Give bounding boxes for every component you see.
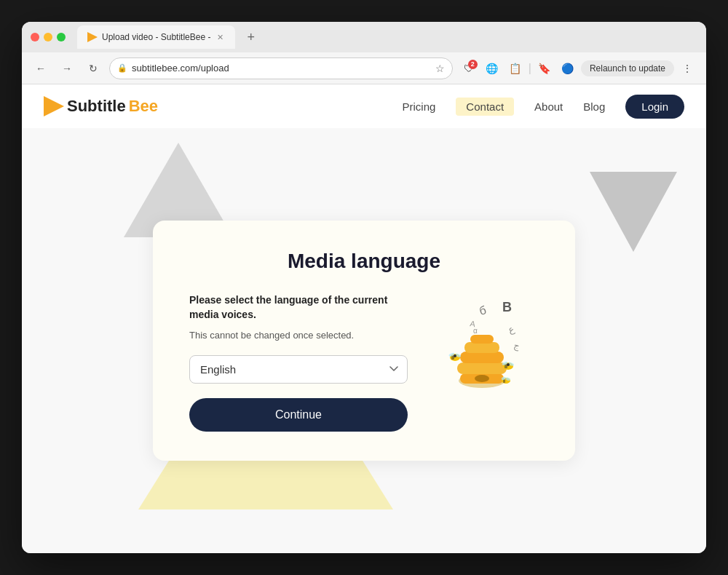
browser-window: Upload video - SubtitleBee - ✕ + ← → ↻ 🔒… [22, 22, 706, 553]
svg-rect-9 [460, 352, 504, 363]
bookmark-icon[interactable]: ☆ [435, 63, 445, 74]
modal-title: Media language [189, 250, 539, 273]
logo-bee: Bee [129, 97, 158, 116]
language-select[interactable]: English Spanish French German Italian Po… [189, 355, 408, 384]
bee-hive-svg: б B A ع ج α [430, 293, 531, 402]
modal-left: Please select the language of the curren… [189, 293, 408, 431]
new-tab-button[interactable]: + [241, 31, 261, 44]
tab-title: Upload video - SubtitleBee - [102, 32, 210, 42]
login-button[interactable]: Login [625, 95, 684, 119]
modal-card: Media language Please select the languag… [153, 221, 575, 460]
forward-button[interactable]: → [57, 58, 77, 79]
url-text: subtitlebee.com/upload [132, 63, 431, 74]
address-bar: ← → ↻ 🔒 subtitlebee.com/upload ☆ 🛡 2 🌐 📋… [22, 52, 706, 84]
logo: SubtitleBee [44, 96, 158, 116]
tab-favicon [87, 32, 98, 42]
maximize-window-button[interactable] [57, 33, 66, 41]
nav-contact[interactable]: Contact [456, 98, 514, 116]
svg-rect-10 [464, 342, 499, 353]
svg-point-17 [454, 354, 456, 357]
minimize-window-button[interactable] [44, 33, 52, 41]
refresh-button[interactable]: ↻ [83, 58, 103, 79]
traffic-lights [31, 33, 66, 41]
bookmark-manager-icon[interactable]: 🔖 [534, 58, 555, 79]
svg-rect-8 [457, 362, 507, 374]
back-button[interactable]: ← [31, 58, 51, 79]
browser-tab[interactable]: Upload video - SubtitleBee - ✕ [77, 25, 235, 49]
site-nav: SubtitleBee Pricing Contact About Blog L… [22, 84, 706, 128]
continue-button[interactable]: Continue [189, 398, 408, 432]
triangle-gray-right [590, 172, 677, 252]
nav-about[interactable]: About [534, 100, 563, 113]
menu-icon[interactable]: ⋮ [677, 58, 697, 79]
svg-text:ع: ع [507, 323, 516, 336]
relaunch-button[interactable]: Relaunch to update [581, 60, 674, 76]
svg-point-22 [507, 363, 510, 366]
clipboard-icon[interactable]: 📋 [505, 58, 526, 79]
modal-note: This cannot be changed once selected. [189, 330, 408, 341]
profile-icon[interactable]: 🔵 [558, 58, 578, 79]
title-bar: Upload video - SubtitleBee - ✕ + [22, 22, 706, 52]
nav-links: Pricing Contact About Blog Login [403, 95, 685, 119]
svg-text:ج: ج [513, 341, 521, 352]
nav-pricing[interactable]: Pricing [403, 100, 436, 113]
svg-text:B: B [502, 300, 512, 314]
page-content: SubtitleBee Pricing Contact About Blog L… [22, 84, 706, 553]
bee-illustration: б B A ع ج α [422, 293, 539, 402]
modal-body: Please select the language of the curren… [189, 293, 539, 431]
globe-icon[interactable]: 🌐 [482, 58, 502, 79]
nav-blog[interactable]: Blog [583, 100, 605, 113]
modal-subtitle: Please select the language of the curren… [189, 293, 408, 322]
security-lock-icon: 🔒 [117, 63, 127, 73]
svg-text:α: α [473, 327, 478, 335]
logo-subtitle: Subtitle [67, 97, 126, 116]
logo-icon [44, 96, 64, 116]
bee-left [448, 352, 462, 361]
close-window-button[interactable] [31, 33, 39, 41]
tab-close-button[interactable]: ✕ [215, 32, 225, 42]
url-bar[interactable]: 🔒 subtitlebee.com/upload ☆ [109, 58, 453, 79]
background-area: Media language Please select the languag… [22, 128, 706, 553]
extension-icon[interactable]: 🛡 2 [459, 58, 479, 79]
svg-point-12 [475, 375, 489, 382]
svg-text:б: б [478, 304, 487, 318]
svg-rect-11 [470, 335, 494, 344]
toolbar-icons: 🛡 2 🌐 📋 | 🔖 🔵 Relaunch to update ⋮ [459, 58, 697, 79]
